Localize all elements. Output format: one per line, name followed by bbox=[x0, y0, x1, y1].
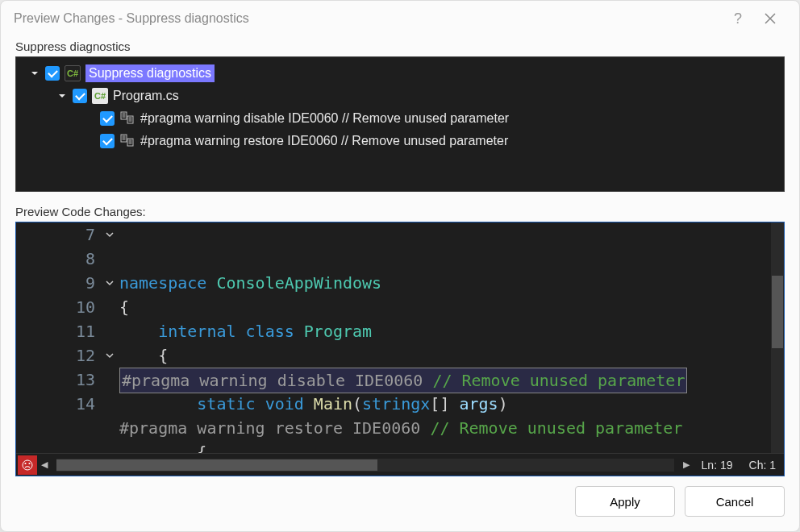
code-line[interactable]: internal class Program bbox=[119, 319, 784, 343]
line-number: 12 bbox=[16, 343, 95, 368]
fold-marker bbox=[100, 392, 119, 416]
code-line[interactable]: namespace ConsoleAppWindows bbox=[119, 271, 784, 295]
tree-item[interactable]: #pragma warning disable IDE0060 // Remov… bbox=[19, 107, 781, 130]
line-number: 11 bbox=[16, 319, 95, 343]
line-number: 9 bbox=[16, 271, 95, 295]
tree-item-label: Suppress diagnostics bbox=[85, 64, 215, 82]
line-number: 10 bbox=[16, 295, 95, 319]
fold-marker[interactable] bbox=[100, 271, 119, 295]
changes-tree[interactable]: C#Suppress diagnosticsC#Program.cs#pragm… bbox=[15, 56, 785, 192]
file-lines-icon bbox=[119, 133, 135, 149]
csharp-icon: C# bbox=[92, 88, 108, 104]
tree-item[interactable]: C#Program.cs bbox=[19, 85, 781, 107]
hscroll-right-arrow[interactable]: ▶ bbox=[679, 459, 694, 470]
code-line[interactable]: { bbox=[119, 343, 784, 368]
apply-button[interactable]: Apply bbox=[575, 486, 675, 517]
csharp-icon: C# bbox=[65, 65, 81, 81]
expander-icon[interactable] bbox=[29, 68, 40, 79]
fold-marker[interactable] bbox=[100, 222, 119, 247]
code-footer: ◀ ▶ Ln: 19 Ch: 1 bbox=[16, 453, 784, 476]
svg-point-18 bbox=[28, 462, 30, 463]
dialog-button-row: Apply Cancel bbox=[1, 486, 799, 531]
vertical-scrollbar-thumb[interactable] bbox=[772, 276, 783, 348]
tree-item[interactable]: #pragma warning restore IDE0060 // Remov… bbox=[19, 130, 781, 152]
fold-marker bbox=[100, 295, 119, 319]
code-line[interactable]: #pragma warning disable IDE0060 // Remov… bbox=[119, 368, 784, 392]
line-number: 8 bbox=[16, 247, 95, 271]
preview-changes-dialog: Preview Changes - Suppress diagnostics ?… bbox=[0, 0, 800, 532]
tree-item-label: #pragma warning restore IDE0060 // Remov… bbox=[140, 134, 508, 148]
dialog-title: Preview Changes - Suppress diagnostics bbox=[14, 11, 722, 26]
close-button[interactable] bbox=[754, 6, 786, 31]
fold-marker bbox=[100, 368, 119, 392]
tree-item[interactable]: C#Suppress diagnostics bbox=[19, 62, 781, 85]
code-line[interactable]: { bbox=[119, 295, 784, 319]
checkbox[interactable] bbox=[73, 89, 87, 103]
fold-marker bbox=[100, 247, 119, 271]
error-indicator-icon[interactable] bbox=[18, 455, 37, 475]
horizontal-scrollbar-thumb[interactable] bbox=[56, 459, 377, 471]
line-number: 14 bbox=[16, 392, 95, 416]
code-line[interactable]: static void Main(stringx[] args) bbox=[119, 392, 784, 416]
tree-item-label: #pragma warning disable IDE0060 // Remov… bbox=[140, 111, 509, 126]
fold-marker bbox=[100, 319, 119, 343]
cursor-line-status: Ln: 19 bbox=[702, 459, 733, 472]
code-line[interactable]: #pragma warning restore IDE0060 // Remov… bbox=[119, 416, 784, 440]
titlebar: Preview Changes - Suppress diagnostics ? bbox=[1, 1, 799, 36]
fold-marker[interactable] bbox=[100, 343, 119, 368]
code-section-label: Preview Code Changes: bbox=[15, 202, 785, 222]
code-preview[interactable]: 7891011121314 namespace ConsoleAppWindow… bbox=[15, 222, 785, 476]
hscroll-left-arrow[interactable]: ◀ bbox=[37, 459, 52, 470]
svg-point-16 bbox=[23, 460, 32, 470]
fold-column[interactable] bbox=[100, 222, 119, 453]
line-number: 7 bbox=[16, 222, 95, 247]
vertical-scrollbar[interactable] bbox=[771, 222, 784, 453]
tree-item-label: Program.cs bbox=[113, 89, 179, 103]
line-number-gutter: 7891011121314 bbox=[16, 222, 100, 453]
checkbox[interactable] bbox=[100, 134, 115, 148]
cursor-col-status: Ch: 1 bbox=[749, 459, 776, 472]
checkbox[interactable] bbox=[100, 111, 115, 126]
line-number: 13 bbox=[16, 368, 95, 392]
code-lines[interactable]: namespace ConsoleAppWindows{ internal cl… bbox=[119, 222, 784, 453]
tree-section-label: Suppress diagnostics bbox=[1, 36, 799, 56]
cancel-button[interactable]: Cancel bbox=[685, 486, 785, 517]
checkbox[interactable] bbox=[45, 66, 60, 81]
expander-icon[interactable] bbox=[56, 90, 68, 102]
code-line[interactable]: { bbox=[119, 440, 784, 453]
horizontal-scrollbar[interactable] bbox=[56, 459, 674, 472]
svg-point-17 bbox=[24, 462, 26, 463]
help-button[interactable]: ? bbox=[722, 6, 754, 31]
file-lines-icon bbox=[119, 110, 135, 127]
